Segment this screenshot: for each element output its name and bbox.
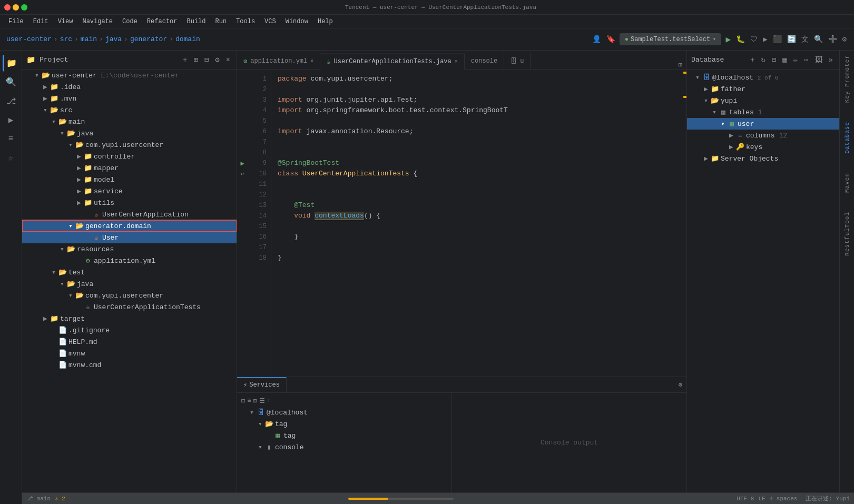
- tab-appyml[interactable]: ⚙ application.yml ×: [237, 53, 320, 69]
- expand-all-icon[interactable]: ⊞: [191, 54, 200, 65]
- db-columns[interactable]: ▶ ≡ columns 12: [687, 130, 839, 141]
- db-server-objects[interactable]: ▶ 📁 Server Objects: [687, 153, 839, 164]
- menu-view[interactable]: View: [54, 17, 77, 26]
- settings-gear-icon[interactable]: ⚙: [213, 54, 221, 65]
- tree-item-gitignore[interactable]: 📄 .gitignore: [22, 324, 237, 336]
- tree-item-main[interactable]: ▾ 📂 main: [22, 116, 237, 127]
- db-image-icon[interactable]: 🖼: [813, 55, 824, 65]
- menu-vcs[interactable]: VCS: [260, 17, 280, 26]
- tree-item-model[interactable]: ▶ 📁 model: [22, 174, 237, 185]
- debug-icon[interactable]: 🐛: [735, 34, 746, 45]
- menu-help[interactable]: Help: [313, 17, 337, 26]
- status-warnings[interactable]: ⚠ 2: [55, 495, 65, 502]
- tree-item-resources[interactable]: ▾ 📂 resources: [22, 243, 237, 255]
- tree-item-test[interactable]: ▾ 📂 test: [22, 266, 237, 278]
- tab-appyml-close[interactable]: ×: [310, 58, 313, 64]
- menu-window[interactable]: Window: [281, 17, 312, 26]
- tree-item-mvn[interactable]: ▶ 📁 .mvn: [22, 93, 237, 104]
- activity-search[interactable]: 🔍: [3, 74, 19, 91]
- translate-icon[interactable]: 文: [800, 34, 810, 45]
- tab-u[interactable]: 🗄 u: [504, 53, 531, 69]
- tree-item-java[interactable]: ▾ 📂 java: [22, 127, 237, 139]
- tree-item-com[interactable]: ▾ 📂 com.yupi.usercenter: [22, 139, 237, 151]
- bottom-tab-services[interactable]: ⚡ Services: [237, 377, 287, 393]
- db-refresh-icon[interactable]: ↻: [759, 54, 767, 65]
- tree-item-idea[interactable]: ▶ 📁 .idea: [22, 81, 237, 93]
- breadcrumb-java[interactable]: java: [105, 35, 122, 43]
- code-content[interactable]: package com.yupi.usercenter; import org.…: [271, 70, 680, 377]
- activity-structure[interactable]: ≡: [3, 131, 19, 147]
- tree-item-java2[interactable]: ▾ 📂 java: [22, 278, 237, 290]
- menu-navigate[interactable]: Navigate: [78, 17, 117, 26]
- db-yupi[interactable]: ▾ 📂 yupi: [687, 95, 839, 106]
- activity-run[interactable]: ▶: [3, 112, 19, 129]
- tree-item-usertests[interactable]: ☕ UserCenterApplicationTests: [22, 301, 237, 313]
- tree-item-helpmd[interactable]: 📄 HELP.md: [22, 336, 237, 348]
- menu-build[interactable]: Build: [182, 17, 210, 26]
- menu-tools[interactable]: Tools: [232, 17, 259, 26]
- tree-item-com2[interactable]: ▾ 📂 com.yupi.usercenter: [22, 290, 237, 301]
- close-panel-icon[interactable]: ×: [224, 55, 232, 65]
- restful-sidebar-label[interactable]: RestfulTool: [844, 212, 850, 256]
- split-icon[interactable]: ⊞: [679, 61, 682, 69]
- tree-item-usercenterapp[interactable]: ☕ UserCenterApplication: [22, 209, 237, 220]
- settings-icon[interactable]: ⚙: [841, 34, 848, 45]
- tree-item-service[interactable]: ▶ 📁 service: [22, 185, 237, 197]
- services-tag-parent[interactable]: ▾ 📂 tag: [237, 418, 451, 430]
- db-user[interactable]: ▾ ▦ user: [687, 118, 839, 130]
- gutter-run-1[interactable]: ▶: [237, 158, 248, 169]
- db-tables[interactable]: ▾ ▦ tables 1: [687, 106, 839, 118]
- tree-item-src[interactable]: ▾ 📂 src: [22, 104, 237, 116]
- breadcrumb-src[interactable]: src: [60, 35, 72, 43]
- key-promoter-label[interactable]: Key Promoter: [844, 55, 850, 103]
- tab-tests-close[interactable]: ×: [455, 59, 458, 65]
- db-filter-icon[interactable]: ⊟: [770, 54, 778, 65]
- tree-item-controller[interactable]: ▶ 📁 controller: [22, 151, 237, 162]
- maximize-button[interactable]: [21, 4, 27, 11]
- db-more-icon[interactable]: ⋯: [802, 54, 810, 65]
- db-add-icon[interactable]: +: [748, 55, 757, 65]
- tree-item-mvnwcmd[interactable]: 📄 mvnw.cmd: [22, 359, 237, 371]
- maven-sidebar-label[interactable]: Maven: [844, 173, 850, 193]
- add-icon[interactable]: +: [181, 55, 189, 65]
- close-button[interactable]: [4, 4, 11, 11]
- search-icon[interactable]: 🔍: [813, 34, 824, 45]
- tree-item-mapper[interactable]: ▶ 📁 mapper: [22, 162, 237, 174]
- stop-icon[interactable]: ⬛: [772, 34, 783, 45]
- bottom-tool-5[interactable]: +: [267, 397, 271, 404]
- person-icon[interactable]: 👤: [591, 34, 602, 45]
- bookmark-icon[interactable]: 🔖: [605, 34, 616, 45]
- bottom-settings-icon[interactable]: ⚙: [679, 381, 682, 389]
- run-config-selector[interactable]: ● SampleTest.testSelect ▾: [620, 33, 722, 45]
- menu-refactor[interactable]: Refactor: [143, 17, 182, 26]
- menu-code[interactable]: Code: [118, 17, 142, 26]
- tab-console[interactable]: console: [465, 53, 504, 69]
- breadcrumb-main[interactable]: main: [81, 35, 97, 43]
- menu-edit[interactable]: Edit: [29, 17, 53, 26]
- tree-item-mvnw[interactable]: 📄 mvnw: [22, 348, 237, 359]
- db-table-icon[interactable]: ▦: [780, 54, 789, 65]
- gutter-run-2[interactable]: ↩: [237, 169, 248, 179]
- breadcrumb-domain[interactable]: domain: [175, 35, 200, 43]
- tab-tests[interactable]: ☕ UserCenterApplicationTests.java ×: [320, 54, 465, 70]
- more-run-icon[interactable]: ▶: [762, 34, 768, 45]
- run-config-dropdown-icon[interactable]: ▾: [712, 35, 716, 43]
- db-localhost[interactable]: ▾ 🗄 @localhost 2 of 6: [687, 72, 839, 83]
- services-tag-item[interactable]: ▦ tag: [237, 430, 451, 441]
- breadcrumb-user-center[interactable]: user-center: [6, 35, 52, 43]
- database-sidebar-label[interactable]: Database: [844, 122, 850, 154]
- coverage-icon[interactable]: 🛡: [749, 34, 759, 45]
- tree-item-user-class[interactable]: ☕ User: [22, 232, 237, 243]
- refresh-icon[interactable]: 🔄: [786, 34, 797, 45]
- bottom-tool-1[interactable]: ⊟: [241, 397, 245, 405]
- db-edit-icon[interactable]: ✏: [791, 54, 800, 65]
- window-controls[interactable]: [4, 4, 27, 11]
- tree-item-target[interactable]: ▶ 📁 target: [22, 313, 237, 324]
- db-father[interactable]: ▶ 📁 father: [687, 83, 839, 95]
- tree-item-utils[interactable]: ▶ 📁 utils: [22, 197, 237, 209]
- status-line-ending[interactable]: LF: [758, 496, 765, 502]
- bottom-tool-4[interactable]: ☰: [259, 397, 265, 405]
- activity-vcs[interactable]: ⎇: [3, 93, 19, 110]
- activity-project[interactable]: 📁: [3, 55, 19, 72]
- tree-item-appyaml[interactable]: ⚙ application.yml: [22, 255, 237, 266]
